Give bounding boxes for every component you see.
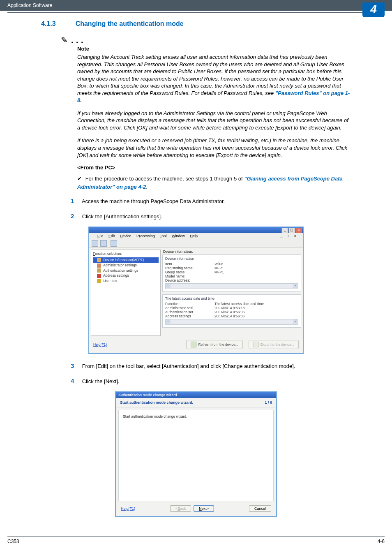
- step-3-text: From [Edit] on the tool bar, select [Aut…: [82, 363, 295, 369]
- note-dots: ...: [69, 35, 86, 45]
- row-group-name: Group name:: [165, 270, 214, 274]
- toolbar-tool-icon[interactable]: [111, 240, 117, 247]
- menu-help[interactable]: Help: [190, 234, 198, 238]
- menu-file[interactable]: FFileile: [97, 234, 104, 238]
- tree-device-information-label: Device information(MFP1): [103, 258, 144, 262]
- refresh-from-device-button[interactable]: Refresh from the device...: [186, 340, 242, 349]
- tree-device-information[interactable]: Device information(MFP1): [93, 257, 159, 263]
- wizard-help-link[interactable]: Help(F1): [121, 506, 135, 511]
- wizard-body-text: Start authentication mode change wizard.: [123, 414, 187, 419]
- tree-administrator-settings[interactable]: Administrator settings: [93, 263, 159, 268]
- export-label: Export to the device...: [261, 342, 294, 347]
- window-titlebar: _ ▢ ×: [89, 227, 303, 233]
- prereq-text-b: .: [146, 184, 148, 190]
- address-settings-icon: [97, 274, 101, 278]
- mdi-minimize-icon[interactable]: _: [280, 234, 282, 238]
- close-icon[interactable]: ×: [295, 228, 302, 233]
- tree-user-box[interactable]: User box: [93, 278, 159, 284]
- wizard-next-button[interactable]: Next>: [194, 505, 214, 512]
- wizard-subbar: Start authentication mode change wizard.…: [116, 398, 276, 407]
- device-info-label: Device information:: [163, 250, 301, 254]
- footer-model: C353: [7, 539, 19, 544]
- wizard-footer: Help(F1) <Back Next> Cancel: [116, 504, 276, 516]
- data-administrator-window: _ ▢ × FFileile Edit Device Processing To…: [88, 227, 304, 354]
- mdi-restore-icon[interactable]: ▫: [288, 234, 289, 238]
- tree-authentication-settings-label: Authentication settings: [103, 268, 138, 273]
- step-1: 1 Access the machine through PageScope D…: [71, 197, 351, 206]
- row-address-func: Address settings: [165, 314, 214, 318]
- tree-authentication-settings[interactable]: Authentication settings: [93, 268, 159, 273]
- row-admin-func: Administrator setti...: [165, 306, 214, 310]
- row-registering-name-val: MFP1: [214, 266, 224, 270]
- row-registering-name: Registering name:: [165, 266, 214, 270]
- auth-settings-icon: [97, 268, 101, 273]
- row-auth-func: Authentication set...: [165, 310, 214, 314]
- row-admin-time: 2007/05/14 9:53:18: [214, 306, 244, 310]
- from-pc-heading: <From the PC>: [77, 164, 351, 171]
- section-number: 4.1.3: [41, 20, 74, 28]
- export-to-device-button[interactable]: Export to the device...: [249, 340, 299, 349]
- auth-mode-change-wizard-window: Authentication mode change wizard Start …: [115, 391, 277, 517]
- row-auth-time: 2007/05/14 9:56:06: [214, 310, 244, 314]
- pen-icon: ✎: [61, 35, 68, 45]
- minimize-icon[interactable]: _: [281, 228, 288, 233]
- device-info-icon: [97, 258, 101, 262]
- wizard-step-counter: 1 / 6: [265, 400, 272, 405]
- toolbar-export-icon[interactable]: [100, 240, 107, 247]
- note-paragraph-1: Changing the Account Track setting erase…: [77, 53, 351, 104]
- scroll-right-icon[interactable]: ›: [293, 284, 298, 288]
- mdi-close-icon[interactable]: ×: [294, 234, 296, 238]
- menubar: FFileile Edit Device Processing Tool Win…: [89, 233, 303, 239]
- header-bar: Application Software: [0, 0, 392, 11]
- device-information-group: Device information ItemValue Registering…: [162, 254, 301, 292]
- menu-edit[interactable]: Edit: [108, 234, 115, 238]
- scroll-left-icon-2[interactable]: ‹: [166, 319, 171, 324]
- toolbar-import-icon[interactable]: [92, 240, 98, 247]
- menu-tool[interactable]: Tool: [160, 234, 167, 238]
- wizard-titlebar: Authentication mode change wizard: [116, 392, 276, 398]
- device-info-scrollbar[interactable]: ‹ ›: [165, 283, 298, 289]
- step-3-num: 3: [71, 361, 81, 371]
- check-icon: ✔: [77, 175, 84, 183]
- tree-administrator-settings-label: Administrator settings: [103, 263, 137, 267]
- refresh-label: Refresh from the device...: [198, 342, 238, 347]
- note-p1-text-b: .: [80, 97, 82, 103]
- tree-address-settings[interactable]: Address settings: [93, 273, 159, 278]
- help-link[interactable]: Help(F1): [93, 342, 107, 347]
- tree-user-box-label: User box: [103, 279, 117, 283]
- header-section: Application Software: [7, 2, 52, 8]
- tree-address-settings-label: Address settings: [103, 273, 129, 278]
- col-function: Function: [165, 302, 214, 306]
- note-paragraph-3: If there is a job being executed or a re…: [77, 137, 351, 159]
- menu-device[interactable]: Device: [120, 234, 131, 238]
- prerequisite-line: ✔ For the procedure to access the machin…: [77, 175, 351, 191]
- step-4: 4 Click the [Next].: [71, 377, 351, 386]
- step-3: 3 From [Edit] on the tool bar, select [A…: [71, 361, 351, 371]
- screenshot-2-wrap: Authentication mode change wizard Start …: [41, 391, 351, 517]
- maximize-icon[interactable]: ▢: [288, 228, 295, 233]
- step-1-text: Access the machine through PageScope Dat…: [82, 198, 225, 204]
- page-footer: C353 4-6: [7, 536, 385, 544]
- wizard-body: Start authentication mode change wizard.: [118, 410, 274, 501]
- menu-processing[interactable]: Processing: [136, 234, 155, 238]
- scroll-right-icon-2[interactable]: ›: [293, 319, 298, 324]
- menu-window[interactable]: Window: [172, 234, 185, 238]
- wizard-back-button[interactable]: <Back: [170, 505, 191, 512]
- footer-page-number: 4-6: [378, 539, 385, 544]
- step-2-num: 2: [71, 212, 81, 221]
- section-heading: 4.1.3 Changing the authentication mode: [41, 20, 351, 28]
- chapter-number: 4: [370, 3, 377, 16]
- wizard-cancel-button[interactable]: Cancel: [249, 505, 271, 512]
- step-2-text: Click the [Authentication settings].: [82, 213, 162, 220]
- scroll-left-icon[interactable]: ‹: [166, 284, 171, 288]
- latest-access-title: The latest access date and time: [165, 296, 298, 301]
- row-group-name-val: MFP1: [214, 270, 224, 274]
- latest-access-scrollbar[interactable]: ‹ ›: [165, 319, 298, 325]
- user-box-icon: [97, 279, 101, 283]
- note-label: Note: [77, 46, 351, 52]
- wizard-step-title: Start authentication mode change wizard.: [120, 400, 193, 405]
- step-2: 2 Click the [Authentication settings].: [71, 212, 351, 221]
- latest-access-group: The latest access date and time Function…: [162, 294, 301, 328]
- function-selection-pane: Function selection: Device information(M…: [91, 250, 161, 336]
- step-4-text: Click the [Next].: [82, 378, 120, 384]
